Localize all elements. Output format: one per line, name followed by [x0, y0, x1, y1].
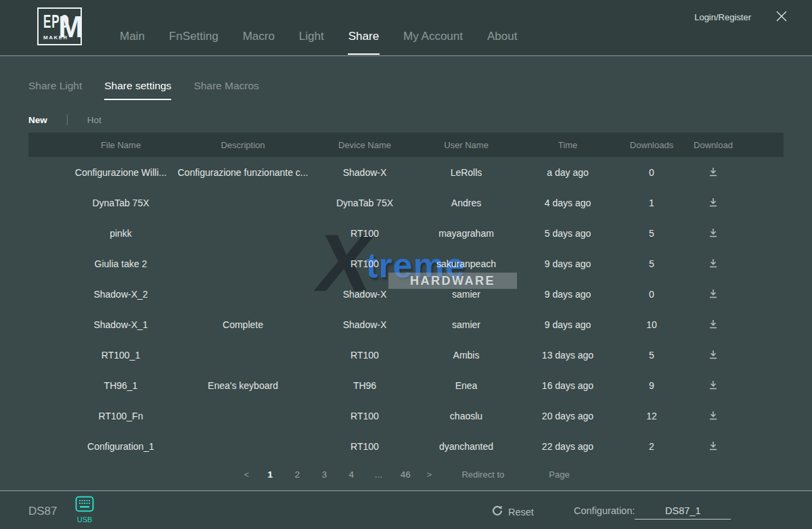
keyboard-icon: [75, 503, 94, 514]
pagination-page-4[interactable]: 4: [344, 469, 359, 480]
nav-item-about[interactable]: About: [487, 30, 517, 43]
cell-user-name: chaoslu: [415, 400, 518, 431]
cell-file-name: pinkk: [28, 218, 171, 248]
cell-description: Enea's keyboard: [171, 370, 315, 400]
reset-button[interactable]: Reset: [492, 505, 534, 518]
redirect-to-label: Redirect to: [461, 469, 504, 480]
filter-divider: [67, 114, 68, 125]
cell-time: 22 days ago: [518, 431, 618, 461]
cell-time: 13 days ago: [518, 340, 618, 370]
pagination-next[interactable]: >: [425, 469, 433, 480]
cell-description: [171, 248, 315, 279]
cell-device-name: DynaTab 75X: [315, 187, 415, 218]
cell-file-name: Shadow-X_1: [28, 309, 171, 340]
download-icon[interactable]: [706, 379, 720, 392]
cell-downloads: 1: [618, 187, 685, 218]
table-row[interactable]: Shadow-X_2 Shadow-X samier 9 days ago 0: [28, 279, 784, 309]
cell-description: [171, 431, 315, 461]
cell-user-name: samier: [415, 279, 518, 309]
table-row[interactable]: Giulia take 2 RT100 sakuranpeach 9 days …: [28, 248, 784, 279]
top-bar: EPO M MAKER MainFnSettingMacroLightShare…: [0, 0, 812, 56]
download-icon[interactable]: [706, 166, 720, 179]
cell-user-name: sakuranpeach: [415, 248, 518, 279]
cell-file-name: Shadow-X_2: [28, 279, 171, 309]
share-subtabs: Share LightShare settingsShare Macros: [28, 80, 259, 92]
table-row[interactable]: Configuration_1 RT100 dyanchanted 22 day…: [28, 431, 784, 461]
column-header-device-name: Device Name: [315, 133, 415, 157]
configuration-name-input[interactable]: DS87_1: [635, 505, 731, 520]
cell-time: 9 days ago: [518, 309, 618, 340]
cell-download: [685, 340, 741, 370]
cell-file-name: Configuration_1: [28, 431, 171, 461]
download-icon[interactable]: [706, 227, 720, 239]
table-row[interactable]: pinkk RT100 mayagraham 5 days ago 5: [28, 218, 784, 248]
download-icon[interactable]: [706, 348, 720, 361]
download-icon[interactable]: [706, 409, 720, 422]
download-icon[interactable]: [706, 196, 720, 209]
cell-description: [171, 187, 315, 218]
cell-description: Complete: [171, 309, 315, 340]
table-row[interactable]: DynaTab 75X DynaTab 75X Andres 4 days ag…: [28, 187, 784, 218]
nav-item-share[interactable]: Share: [348, 30, 379, 43]
cell-file-name: TH96_1: [28, 370, 171, 400]
cell-download: [685, 431, 741, 461]
pagination-page-1[interactable]: 1: [263, 469, 277, 480]
cell-download: [685, 400, 741, 431]
cell-time: a day ago: [518, 157, 618, 187]
tab-share-light[interactable]: Share Light: [28, 80, 82, 92]
cell-downloads: 10: [618, 309, 685, 340]
table-row[interactable]: TH96_1 Enea's keyboard TH96 Enea 16 days…: [28, 370, 784, 400]
table-header-row: File NameDescriptionDevice NameUser Name…: [28, 133, 784, 157]
reset-refresh-icon: [492, 505, 503, 518]
nav-item-macro[interactable]: Macro: [243, 30, 275, 43]
cell-downloads: 12: [618, 400, 685, 431]
pagination-page-[interactable]: ...: [371, 469, 386, 480]
usb-label: USB: [74, 515, 95, 524]
cell-time: 4 days ago: [518, 187, 618, 218]
download-icon[interactable]: [706, 318, 720, 331]
cell-user-name: Ambis: [415, 340, 518, 370]
nav-item-fnsetting[interactable]: FnSetting: [169, 30, 219, 43]
app-window: X treme HARDWARE EPO M MAKER MainFnSetti…: [0, 0, 812, 529]
cell-device-name: Shadow-X: [315, 279, 415, 309]
column-header-download: Download: [685, 133, 741, 157]
nav-item-light[interactable]: Light: [299, 30, 324, 43]
cell-device-name: RT100: [315, 431, 415, 461]
close-icon[interactable]: [775, 10, 788, 22]
cell-file-name: DynaTab 75X: [28, 187, 171, 218]
usb-connection-indicator[interactable]: USB: [74, 496, 95, 524]
device-name-label: DS87: [28, 505, 58, 518]
cell-user-name: dyanchanted: [415, 431, 518, 461]
pagination-page-46[interactable]: 46: [398, 469, 413, 480]
main-nav: MainFnSettingMacroLightShareMy AccountAb…: [120, 30, 517, 43]
table-row[interactable]: Shadow-X_1 Complete Shadow-X samier 9 da…: [28, 309, 784, 340]
cell-file-name: RT100_Fn: [28, 400, 171, 431]
tab-share-settings[interactable]: Share settings: [104, 80, 171, 92]
tab-share-macros[interactable]: Share Macros: [194, 80, 258, 92]
pagination-page-3[interactable]: 3: [317, 469, 332, 480]
cell-time: 9 days ago: [518, 248, 618, 279]
download-icon[interactable]: [706, 257, 720, 270]
epomaker-logo: EPO M MAKER: [37, 7, 82, 45]
pagination-prev[interactable]: <: [242, 469, 250, 480]
filter-hot[interactable]: Hot: [87, 115, 102, 125]
cell-user-name: Enea: [415, 370, 518, 400]
cell-downloads: 5: [618, 248, 685, 279]
cell-description: [171, 400, 315, 431]
table-row[interactable]: Configurazione Willi... Configurazione f…: [28, 157, 784, 187]
cell-download: [685, 187, 741, 218]
cell-download: [685, 309, 741, 340]
table-row[interactable]: RT100_1 RT100 Ambis 13 days ago 5: [28, 340, 784, 370]
cell-device-name: RT100: [315, 218, 415, 248]
nav-item-my-account[interactable]: My Account: [403, 30, 463, 43]
column-header-time: Time: [518, 133, 618, 157]
cell-description: [171, 279, 315, 309]
cell-download: [685, 218, 741, 248]
download-icon[interactable]: [706, 440, 720, 453]
login-register-link[interactable]: Login/Register: [694, 12, 751, 22]
nav-item-main[interactable]: Main: [120, 30, 145, 43]
pagination-page-2[interactable]: 2: [290, 469, 304, 480]
filter-new[interactable]: New: [28, 115, 47, 125]
download-icon[interactable]: [706, 288, 720, 300]
table-row[interactable]: RT100_Fn RT100 chaoslu 20 days ago 12: [28, 400, 784, 431]
